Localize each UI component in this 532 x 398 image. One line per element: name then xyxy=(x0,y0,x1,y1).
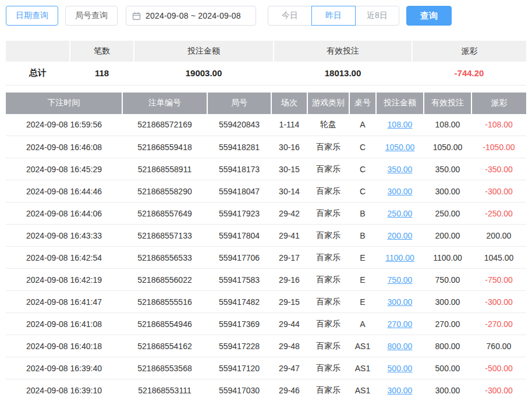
table-row: 2024-09-08 16:46:08521868559418559418281… xyxy=(6,136,526,158)
session-cell: 29-15 xyxy=(271,291,307,313)
session-cell: 29-42 xyxy=(271,202,307,225)
valid-bet-cell: 1050.00 xyxy=(424,136,471,158)
bet-amount-cell: 750.00 xyxy=(376,269,424,291)
summary-bet-amount-value: 19003.00 xyxy=(134,62,274,85)
session-cell: 30-16 xyxy=(271,136,307,158)
table-row: 2024-09-08 16:41:47521868555516559417482… xyxy=(6,291,526,313)
bet-time-cell: 2024-09-08 16:42:54 xyxy=(6,247,122,269)
bet-time-cell: 2024-09-08 16:41:08 xyxy=(6,313,122,335)
bet-amount-link[interactable]: 270.00 xyxy=(388,319,413,329)
session-cell: 29-44 xyxy=(271,313,307,335)
game-category-cell: 百家乐 xyxy=(307,313,349,335)
table-no-cell: A xyxy=(349,114,376,136)
bet-amount-cell: 1050.00 xyxy=(376,136,424,158)
table-no-cell: C xyxy=(349,158,376,180)
game-category-cell: 百家乐 xyxy=(307,158,349,180)
bet-time-cell: 2024-09-08 16:46:08 xyxy=(6,136,122,158)
table-row: 2024-09-08 16:40:18521868554162559417228… xyxy=(6,335,526,357)
bet-amount-cell: 300.00 xyxy=(376,180,424,202)
table-no-cell: B xyxy=(349,202,376,225)
session-cell: 29-16 xyxy=(271,269,307,291)
valid-bet-cell: 500.00 xyxy=(424,357,471,379)
round-id-cell: 559417804 xyxy=(207,225,271,247)
order-id-cell: 521868558290 xyxy=(122,180,207,202)
bet-amount-cell: 108.00 xyxy=(376,114,424,136)
bet-amount-link[interactable]: 1050.00 xyxy=(385,143,415,152)
round-id-cell: 559417583 xyxy=(207,269,271,291)
order-id-cell: 521868558911 xyxy=(122,158,207,180)
table-no-cell: A xyxy=(349,313,376,335)
bet-amount-link[interactable]: 800.00 xyxy=(388,342,413,351)
bet-time-cell: 2024-09-08 16:39:40 xyxy=(6,357,122,379)
table-no-cell: E xyxy=(349,247,376,269)
bet-amount-link[interactable]: 500.00 xyxy=(388,364,413,373)
session-cell: 30-15 xyxy=(271,158,307,180)
round-id-cell: 559417923 xyxy=(207,202,271,225)
table-no-cell: AS1 xyxy=(349,379,376,398)
round-query-tab-button[interactable]: 局号查询 xyxy=(65,6,118,26)
bet-amount-link[interactable]: 300.00 xyxy=(388,297,413,307)
summary-header-bet-amount: 投注金额 xyxy=(134,41,274,62)
bet-amount-cell: 800.00 xyxy=(376,335,424,357)
bet-time-cell: 2024-09-08 16:39:10 xyxy=(6,379,122,398)
table-row: 2024-09-08 16:42:54521868556533559417706… xyxy=(6,247,526,269)
header-game-category: 游戏类别 xyxy=(307,93,349,114)
order-id-cell: 521868556533 xyxy=(122,247,207,269)
header-table-no: 桌号 xyxy=(349,93,376,114)
bet-amount-link[interactable]: 750.00 xyxy=(388,275,413,285)
bet-amount-cell: 200.00 xyxy=(376,225,424,247)
payout-cell: -108.00 xyxy=(471,114,526,136)
date-query-tab-button[interactable]: 日期查询 xyxy=(6,6,58,26)
order-id-cell: 521868553568 xyxy=(122,357,207,379)
bet-time-cell: 2024-09-08 16:44:46 xyxy=(6,180,122,202)
bet-time-cell: 2024-09-08 16:45:29 xyxy=(6,158,122,180)
game-category-cell: 百家乐 xyxy=(307,291,349,313)
summary-total-label: 总计 xyxy=(6,62,70,85)
bet-amount-link[interactable]: 108.00 xyxy=(388,120,413,129)
date-range-input[interactable]: 2024-09-08 ~ 2024-09-08 xyxy=(126,6,256,26)
bet-amount-link[interactable]: 1100.00 xyxy=(385,253,414,262)
yesterday-button[interactable]: 昨日 xyxy=(311,6,356,26)
search-button[interactable]: 查询 xyxy=(406,6,452,26)
bet-amount-link[interactable]: 250.00 xyxy=(388,209,413,218)
bet-amount-link[interactable]: 200.00 xyxy=(388,231,413,240)
valid-bet-cell: 800.00 xyxy=(424,335,471,357)
bet-amount-cell: 270.00 xyxy=(376,313,424,335)
quick-range-group: 今日 昨日 近8日 xyxy=(268,6,399,26)
summary-header-row: 笔数 投注金额 有效投注 派彩 xyxy=(6,41,526,62)
bet-amount-cell: 300.00 xyxy=(376,291,424,313)
table-row: 2024-09-08 16:43:33521868557133559417804… xyxy=(6,225,526,247)
header-round-id: 局号 xyxy=(207,93,271,114)
game-category-cell: 百家乐 xyxy=(307,269,349,291)
bet-table-body: 2024-09-08 16:59:56521868572169559420843… xyxy=(6,114,526,398)
session-cell: 29-17 xyxy=(271,247,307,269)
session-cell: 29-41 xyxy=(271,225,307,247)
payout-cell: -270.00 xyxy=(471,313,526,335)
summary-valid-bet-value: 18013.00 xyxy=(274,62,412,85)
round-id-cell: 559418047 xyxy=(207,180,271,202)
bet-amount-link[interactable]: 300.00 xyxy=(388,187,413,196)
header-bet-amount: 投注金额 xyxy=(376,93,424,114)
order-id-cell: 521868559418 xyxy=(122,136,207,158)
round-id-cell: 559417120 xyxy=(207,357,271,379)
bet-amount-link[interactable]: 350.00 xyxy=(388,165,413,174)
bet-time-cell: 2024-09-08 16:40:18 xyxy=(6,335,122,357)
game-category-cell: 百家乐 xyxy=(307,335,349,357)
bet-amount-cell: 500.00 xyxy=(376,357,424,379)
valid-bet-cell: 250.00 xyxy=(424,202,471,225)
summary-header-payout: 派彩 xyxy=(412,41,526,62)
page: 日期查询 局号查询 2024-09-08 ~ 2024-09-08 今日 昨日 … xyxy=(0,0,532,398)
game-category-cell: 百家乐 xyxy=(307,379,349,398)
bet-time-cell: 2024-09-08 16:42:19 xyxy=(6,269,122,291)
bet-amount-cell: 1100.00 xyxy=(376,247,424,269)
last-8-days-button[interactable]: 近8日 xyxy=(355,6,399,26)
bet-amount-link[interactable]: 300.00 xyxy=(388,386,413,395)
header-order-id: 注单编号 xyxy=(122,93,207,114)
summary-total-row: 总计 118 19003.00 18013.00 -744.20 xyxy=(6,62,526,85)
game-category-cell: 百家乐 xyxy=(307,225,349,247)
summary-header-empty xyxy=(6,41,70,62)
payout-cell: -500.00 xyxy=(471,357,526,379)
valid-bet-cell: 270.00 xyxy=(424,313,471,335)
order-id-cell: 521868557649 xyxy=(122,202,207,225)
today-button[interactable]: 今日 xyxy=(268,6,312,26)
